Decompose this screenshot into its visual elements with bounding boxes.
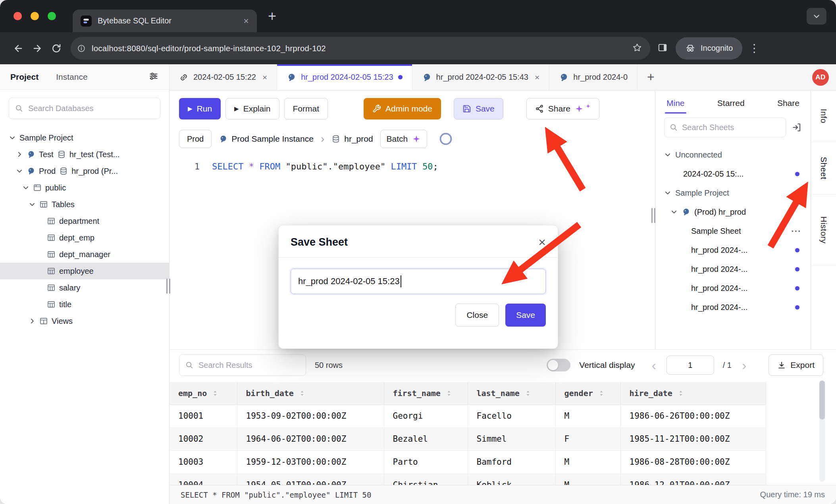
environment-chip[interactable]: Prod: [179, 130, 212, 148]
tree-item-public[interactable]: public: [0, 179, 169, 196]
sheet-item-unconnected[interactable]: Unconnected: [655, 145, 811, 164]
sheet-tab-hr-prod-2024-02-05-15-23[interactable]: hr_prod 2024-02-05 15:23: [277, 64, 412, 90]
sheet-item-prod-hr-prod[interactable]: (Prod) hr_prod: [655, 202, 811, 221]
rail-tab-history[interactable]: History: [811, 194, 836, 266]
dialog-close-button[interactable]: Close: [455, 304, 499, 327]
tab-list-chevron-icon[interactable]: [807, 8, 826, 25]
dialog-close-icon[interactable]: ×: [538, 236, 546, 248]
sheet-tab-2024-02-05-15-22[interactable]: 2024-02-05 15:22×: [170, 64, 277, 90]
tree-item-test[interactable]: Testhr_test (Test...: [0, 146, 169, 163]
sort-icon[interactable]: [598, 390, 605, 397]
format-button[interactable]: Format: [284, 98, 328, 119]
sheet-panel-resize-handle[interactable]: [651, 208, 655, 223]
tab-instance[interactable]: Instance: [56, 72, 87, 82]
database-crumb[interactable]: hr_prod: [331, 134, 373, 144]
sort-icon[interactable]: [677, 390, 684, 397]
tree-item-sample-project[interactable]: Sample Project: [0, 129, 169, 146]
sheet-name-input[interactable]: hr_prod 2024-02-05 15:23: [291, 269, 546, 294]
rail-tab-info[interactable]: Info: [811, 90, 836, 142]
sort-icon[interactable]: [445, 390, 453, 397]
run-button[interactable]: ▶ Run: [179, 98, 221, 119]
table-row[interactable]: 100021964-06-02T00:00:00ZBezalelSimmelF1…: [170, 427, 766, 450]
new-sheet-button[interactable]: +: [638, 64, 664, 90]
column-header-hire-date[interactable]: hire_date: [620, 382, 766, 404]
rail-tab-sheet[interactable]: Sheet: [811, 142, 836, 194]
dialog-save-button[interactable]: Save: [505, 304, 546, 327]
prev-page-icon[interactable]: ‹: [650, 358, 657, 372]
minimize-window-button[interactable]: [31, 12, 39, 20]
browser-tab[interactable]: Bytebase SQL Editor ×: [73, 10, 257, 32]
site-info-icon[interactable]: [77, 44, 86, 53]
sheet-tab-hr-prod-2024-02-05-15-43[interactable]: hr_prod 2024-02-05 15:43×: [412, 64, 550, 90]
tree-item-tables[interactable]: Tables: [0, 196, 169, 213]
sheet-item-2024-02-05-15[interactable]: 2024-02-05 15:...: [655, 164, 811, 183]
column-header-gender[interactable]: gender: [555, 382, 620, 404]
open-sheet-list-icon[interactable]: [792, 122, 802, 133]
column-header-emp-no[interactable]: emp_no: [170, 382, 237, 404]
batch-button[interactable]: Batch: [380, 130, 428, 148]
explain-button[interactable]: ▶ Explain: [225, 98, 279, 119]
sheet-search-input[interactable]: Search Sheets: [664, 117, 786, 137]
sheet-item-hr-prod-2024[interactable]: hr_prod 2024-...: [655, 298, 811, 317]
new-browser-tab-button[interactable]: +: [268, 8, 276, 25]
table-row[interactable]: 100031959-12-03T00:00:00ZPartoBamfordM19…: [170, 450, 766, 473]
tree-item-dept-manager[interactable]: dept_manager: [0, 246, 169, 263]
tree-item-title[interactable]: title: [0, 296, 169, 313]
sort-icon[interactable]: [299, 390, 306, 397]
table-row[interactable]: 100011953-09-02T00:00:00ZGeorgiFacelloM1…: [170, 404, 766, 427]
table-icon: [47, 250, 56, 259]
scrollbar-thumb[interactable]: [819, 381, 825, 419]
sort-icon[interactable]: [524, 390, 532, 397]
vertical-display-toggle[interactable]: [547, 359, 570, 371]
sheet-item-hr-prod-2024[interactable]: hr_prod 2024-...: [655, 260, 811, 279]
tree-item-dept-emp[interactable]: dept_emp: [0, 229, 169, 246]
results-search-input[interactable]: Search Results: [179, 354, 306, 376]
export-button[interactable]: Export: [769, 354, 823, 376]
instance-crumb[interactable]: Prod Sample Instance: [219, 134, 314, 144]
sort-icon[interactable]: [212, 390, 219, 397]
next-page-icon[interactable]: ›: [740, 358, 748, 372]
tree-item-employee[interactable]: employee: [0, 263, 169, 279]
filter-settings-icon[interactable]: [148, 71, 159, 83]
back-icon[interactable]: [9, 39, 28, 58]
forward-icon[interactable]: [28, 39, 47, 58]
tree-item-department[interactable]: department: [0, 213, 169, 229]
user-avatar[interactable]: AD: [812, 69, 829, 86]
sheet-item-hr-prod-2024[interactable]: hr_prod 2024-...: [655, 279, 811, 298]
sync-ring-icon[interactable]: [438, 131, 453, 146]
bookmark-star-icon[interactable]: [632, 42, 642, 54]
more-actions-icon[interactable]: ⋯: [791, 226, 801, 236]
postgres-elephant-icon: [422, 73, 431, 82]
tab-project[interactable]: Project: [10, 72, 39, 82]
sheet-item-hr-prod-2024[interactable]: hr_prod 2024-...: [655, 240, 811, 260]
tab-starred[interactable]: Starred: [717, 90, 745, 116]
maximize-window-button[interactable]: [48, 12, 56, 20]
browser-menu-icon[interactable]: ⋮: [749, 42, 760, 55]
tree-item-views[interactable]: Views: [0, 313, 169, 329]
side-panel-icon[interactable]: [657, 42, 668, 54]
tree-item-prod[interactable]: Prodhr_prod (Pr...: [0, 163, 169, 179]
address-bar[interactable]: localhost:8080/sql-editor/prod-sample-in…: [71, 37, 650, 60]
sidebar-resize-handle[interactable]: [166, 279, 170, 294]
sheet-tab-hr-prod-2024-0[interactable]: hr_prod 2024-0: [549, 64, 638, 90]
column-header-first-name[interactable]: first_name: [384, 382, 468, 404]
column-header-birth-date[interactable]: birth_date: [237, 382, 384, 404]
close-window-button[interactable]: [13, 12, 22, 20]
tab-mine[interactable]: Mine: [666, 90, 685, 116]
admin-mode-button[interactable]: Admin mode: [364, 98, 441, 119]
tree-item-salary[interactable]: salary: [0, 279, 169, 296]
close-sheet-tab-icon[interactable]: ×: [535, 73, 539, 82]
close-sheet-tab-icon[interactable]: ×: [262, 73, 267, 82]
database-search-input[interactable]: Search Databases: [9, 98, 160, 119]
sheet-item-sample-project[interactable]: Sample Project: [655, 183, 811, 202]
column-header-last-name[interactable]: last_name: [468, 382, 555, 404]
save-button[interactable]: Save: [454, 98, 503, 119]
close-browser-tab-icon[interactable]: ×: [243, 15, 249, 27]
page-number-input[interactable]: 1: [666, 356, 714, 375]
table-row[interactable]: 100041954-05-01T00:00:00ZChirstianKoblic…: [170, 473, 766, 485]
reload-icon[interactable]: [47, 39, 66, 58]
share-button[interactable]: Share: [526, 98, 599, 119]
results-scrollbar[interactable]: [819, 381, 825, 482]
tab-share[interactable]: Share: [777, 90, 799, 116]
sheet-item-sample-sheet[interactable]: Sample Sheet⋯: [655, 221, 811, 240]
